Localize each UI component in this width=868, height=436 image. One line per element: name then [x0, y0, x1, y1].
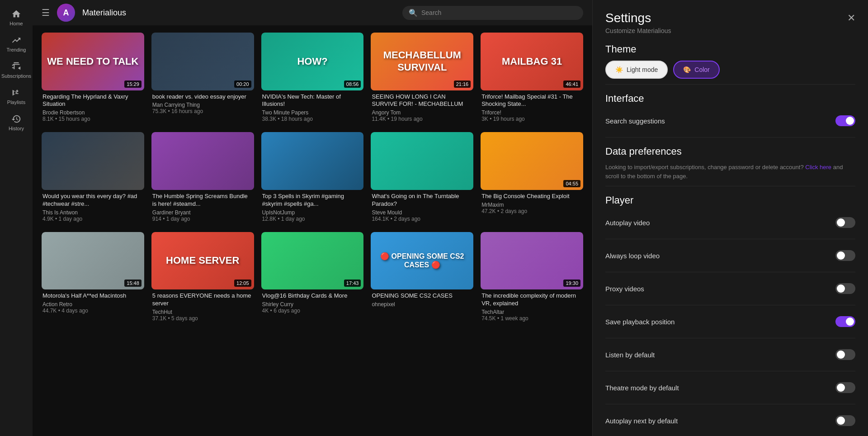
video-channel: UpIsNotJump — [262, 209, 363, 216]
video-info: 5 reasons EVERYONE needs a home server T… — [151, 289, 254, 324]
player-row-toggle[interactable] — [835, 382, 855, 393]
search-input[interactable] — [421, 9, 577, 16]
video-card[interactable]: WE NEED TO TALK 15:29 Regarding The Hypr… — [42, 33, 144, 125]
search-suggestions-toggle[interactable] — [835, 115, 855, 126]
sidebar-item-trending[interactable]: Trending — [0, 31, 33, 57]
video-title: Motorola's Half A**ed Macintosh — [42, 292, 143, 300]
sidebar-item-playlists[interactable]: Playlists — [0, 83, 33, 109]
sidebar-item-home-label: Home — [9, 21, 23, 26]
player-row-toggle[interactable] — [835, 415, 855, 426]
video-channel: Two Minute Papers — [262, 109, 363, 116]
video-title: What's Going on in The Turntable Paradox… — [372, 193, 472, 208]
video-thumbnail: MAILBAG 31 46:41 — [481, 33, 583, 90]
history-icon — [11, 114, 21, 124]
video-card[interactable]: 15:48 Motorola's Half A**ed Macintosh Ac… — [42, 232, 144, 324]
app-logo: A — [57, 4, 75, 22]
player-row-label: Save playback position — [605, 318, 675, 326]
video-thumbnail: HOME SERVER 12:05 — [151, 232, 254, 290]
video-channel: Gardiner Bryant — [152, 209, 253, 216]
settings-header: Settings ✕ — [605, 11, 855, 25]
main-content: ☰ A Materialious 🔍 WE NEED TO TALK 15:29… — [33, 0, 592, 436]
video-info: OPENING SOME CS2 CASES ohnepixel — [371, 289, 473, 310]
sidebar-item-history[interactable]: History — [0, 109, 33, 136]
row-divider-5 — [605, 404, 855, 404]
sidebar-item-home[interactable]: Home — [0, 5, 33, 31]
video-card[interactable]: The Humble Spring Screams Bundle is here… — [151, 132, 254, 224]
hamburger-menu[interactable]: ☰ — [42, 7, 50, 18]
app-title: Materialious — [82, 8, 126, 18]
video-card[interactable]: HOME SERVER 12:05 5 reasons EVERYONE nee… — [151, 232, 254, 324]
player-row-toggle[interactable] — [835, 316, 855, 327]
video-meta: 38.3K • 18 hours ago — [262, 116, 363, 122]
video-card[interactable]: Would you wear this every day? #ad #tech… — [42, 132, 144, 224]
video-info: The Big Console Cheating Exploit MrMaxim… — [481, 190, 583, 217]
video-channel: ohnepixel — [372, 301, 472, 308]
video-title: The Big Console Cheating Exploit — [481, 193, 582, 200]
player-row-toggle[interactable] — [835, 217, 855, 228]
video-thumbnail — [261, 132, 364, 190]
player-row-toggle[interactable] — [835, 349, 855, 360]
video-info: The Humble Spring Screams Bundle is here… — [151, 190, 254, 225]
video-title: Triforce! Mailbag Special #31 - The Shoc… — [481, 93, 582, 109]
theme-light-button[interactable]: ☀️ Light mode — [605, 61, 668, 79]
video-card[interactable]: Top 3 Spells in Skyrim #gaming #skyrim #… — [261, 132, 364, 224]
data-prefs-text: Looking to import/export subscriptions, … — [605, 163, 855, 180]
search-icon: 🔍 — [409, 9, 418, 17]
video-meta: 75.3K • 16 hours ago — [152, 108, 253, 114]
video-title: Top 3 Spells in Skyrim #gaming #skyrim #… — [262, 193, 363, 208]
player-row-label: Autoplay next by default — [605, 417, 678, 425]
close-settings-button[interactable]: ✕ — [847, 13, 855, 23]
video-meta: 164.1K • 2 days ago — [372, 216, 472, 222]
settings-title: Settings — [605, 11, 651, 25]
thumb-text: 🔴 OPENING SOME CS2 CASES 🔴 — [371, 232, 473, 290]
video-title: SEEING HOW LONG I CAN SURVIVE FOR! - MEC… — [372, 93, 472, 109]
data-prefs-link[interactable]: Click here — [805, 164, 831, 171]
video-card[interactable]: MECHABELLUM SURVIVAL 21:16 SEEING HOW LO… — [371, 33, 473, 125]
thumbnail-image — [261, 132, 364, 190]
playlists-icon — [11, 88, 21, 98]
video-duration: 12:05 — [234, 280, 251, 287]
video-card[interactable]: 04:55 The Big Console Cheating Exploit M… — [481, 132, 583, 224]
video-meta: 4K • 6 days ago — [262, 308, 363, 314]
video-thumbnail: 19:30 — [481, 232, 583, 290]
video-title: Would you wear this every day? #ad #tech… — [42, 193, 143, 208]
video-card[interactable]: What's Going on in The Turntable Paradox… — [371, 132, 473, 224]
video-thumbnail — [371, 132, 473, 190]
video-grid-container: WE NEED TO TALK 15:29 Regarding The Hypr… — [33, 25, 592, 436]
palette-icon: 🎨 — [683, 66, 691, 73]
thumbnail-image — [371, 132, 473, 190]
topbar: ☰ A Materialious 🔍 — [33, 0, 592, 25]
video-card[interactable]: HOW? 08:56 NVIDIA's New Tech: Master of … — [261, 33, 364, 125]
player-row-label: Listen by default — [605, 351, 655, 359]
row-divider-1 — [605, 272, 855, 272]
row-divider-3 — [605, 338, 855, 338]
video-meta: 914 • 1 day ago — [152, 216, 253, 222]
sidebar-item-subscriptions[interactable]: Subscriptions — [0, 57, 33, 83]
video-info: Motorola's Half A**ed Macintosh Action R… — [42, 289, 144, 317]
row-divider-0 — [605, 239, 855, 239]
video-card[interactable]: 17:43 Vlog@16 Birthday Cards & More Shir… — [261, 232, 364, 324]
video-duration: 00:20 — [234, 81, 251, 88]
search-suggestions-label: Search suggestions — [605, 117, 665, 125]
video-card[interactable]: 🔴 OPENING SOME CS2 CASES 🔴 OPENING SOME … — [371, 232, 473, 324]
player-row-toggle[interactable] — [835, 283, 855, 294]
player-row-6: Autoplay next by default — [605, 410, 855, 431]
video-thumbnail: 17:43 — [261, 232, 364, 290]
video-card[interactable]: 19:30 The incredible complexity of moder… — [481, 232, 583, 324]
player-row-3: Save playback position — [605, 311, 855, 332]
subscriptions-icon — [11, 62, 21, 71]
video-card[interactable]: 00:20 book reader vs. video essay enjoye… — [151, 33, 254, 125]
theme-section-title: Theme — [605, 43, 855, 55]
video-card[interactable]: MAILBAG 31 46:41 Triforce! Mailbag Speci… — [481, 33, 583, 125]
video-channel: Triforce! — [481, 109, 582, 116]
video-meta: 12.8K • 1 day ago — [262, 216, 363, 222]
player-row-2: Proxy videos — [605, 278, 855, 299]
player-row-toggle[interactable] — [835, 250, 855, 261]
video-meta: 3K • 19 hours ago — [481, 116, 582, 122]
divider-theme — [605, 84, 855, 85]
theme-color-button[interactable]: 🎨 Color — [673, 61, 719, 79]
thumbnail-image — [151, 132, 254, 190]
video-duration: 21:16 — [454, 81, 471, 88]
video-title: OPENING SOME CS2 CASES — [372, 292, 472, 300]
video-meta: 47.2K • 2 days ago — [481, 208, 582, 214]
